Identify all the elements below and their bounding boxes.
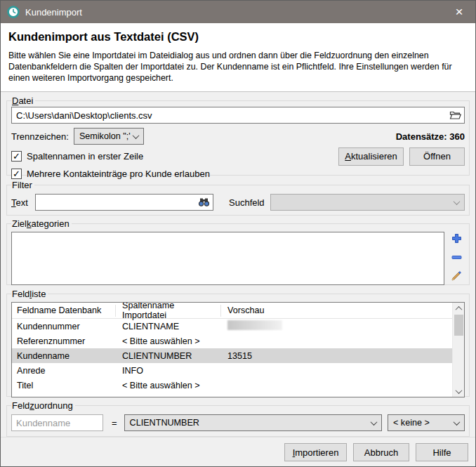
table-row[interactable]: Referenznummer< Bitte auswählen >	[12, 334, 452, 348]
group-filter: Filter Text Suchfeld	[6, 180, 470, 216]
spalten-value: CLIENTNUMBER	[130, 418, 199, 428]
table-row[interactable]: KundennameCLIENTNUMBER13515	[12, 348, 452, 363]
group-datei-legend: Datei	[11, 96, 35, 106]
edit-filter-button[interactable]	[450, 270, 463, 282]
remove-category-button[interactable]	[450, 251, 463, 263]
feldliste-body: KundennummerCLIENTNAMEReferenznummer< Bi…	[12, 319, 452, 397]
open-folder-icon[interactable]	[449, 110, 461, 120]
table-row[interactable]: AnredeINFO	[12, 363, 452, 378]
checkbox-spaltennamen-label: Spaltennamen in erster Zeile	[27, 151, 143, 162]
equals-sign: =	[112, 418, 117, 428]
trennzeichen-label: Trennzeichen:	[11, 131, 69, 142]
table-cell: 13515	[221, 351, 452, 361]
title-bar[interactable]: Kundenimport ×	[1, 1, 475, 23]
check-icon: ✓	[13, 169, 20, 178]
table-cell: CLIENTNAME	[116, 322, 221, 331]
filter-text-input[interactable]	[35, 194, 213, 211]
scroll-up-button[interactable]	[453, 303, 465, 314]
scroll-down-button[interactable]	[453, 386, 465, 397]
kategorie-value: < keine >	[393, 418, 430, 428]
table-cell: < Bitte auswählen >	[116, 381, 221, 390]
dialog-header: Kundenimport aus Textdatei (CSV) Bitte w…	[1, 23, 475, 92]
redacted-preview	[227, 320, 282, 330]
close-button[interactable]: ×	[443, 1, 475, 23]
page-description: Bitte wählen Sie eine Importdatei im Dat…	[8, 50, 468, 84]
group-feldzuordnung-legend: Feldzuordnung	[11, 400, 75, 411]
column-header[interactable]: Vorschau	[221, 305, 452, 317]
table-cell	[221, 320, 452, 332]
minus-icon	[451, 255, 462, 260]
app-clock-icon	[7, 6, 20, 18]
spalten-select[interactable]: CLIENTNUMBER	[124, 414, 382, 431]
table-cell: Vorname	[12, 395, 116, 397]
binoculars-search-icon[interactable]	[198, 197, 210, 207]
suchfeld-select	[270, 194, 465, 211]
abbruch-button[interactable]: Abbruch	[353, 443, 409, 461]
suchfeld-label: Suchfeld	[229, 197, 265, 208]
table-cell: < Bitte auswählen >	[116, 336, 221, 346]
feldname-field	[11, 414, 103, 431]
datensaetze-count: Datensätze: 360	[396, 131, 465, 142]
table-cell: Referenznummer	[12, 336, 116, 346]
plus-icon	[451, 233, 462, 244]
chevron-down-icon	[371, 419, 378, 426]
table-cell: Kundenname	[12, 351, 116, 361]
check-icon: ✓	[13, 152, 20, 161]
chevron-up-icon	[455, 306, 462, 313]
column-header[interactable]: Feldname Datenbank	[12, 305, 116, 317]
group-feldliste: Feldliste Feldname Datenbank Spaltenname…	[6, 289, 470, 397]
chevron-down-icon	[132, 132, 139, 139]
close-icon: ×	[455, 4, 463, 20]
table-header-row: Feldname Datenbank Spaltenname Importdat…	[12, 303, 452, 319]
pencil-edit-icon	[451, 270, 462, 282]
table-cell: Kundennummer	[12, 322, 116, 331]
dialog-footer: Importieren Abbruch Hilfe	[1, 437, 475, 467]
table-row[interactable]: Titel< Bitte auswählen >	[12, 378, 452, 393]
chevron-down-icon	[455, 387, 462, 394]
filter-text-label: Text	[11, 197, 35, 208]
oeffnen-button[interactable]: Öffnen	[409, 147, 465, 166]
importieren-button[interactable]: Importieren	[284, 443, 347, 461]
dialog-content: Datei Trennzeichen: Semikolon ";' Datens…	[1, 92, 475, 437]
hilfe-button[interactable]: Hilfe	[416, 443, 468, 461]
table-row[interactable]: VornameUSERDEFINED1	[12, 393, 452, 397]
table-cell: Titel	[12, 381, 116, 390]
table-cell: CLIENTNUMBER	[116, 351, 221, 361]
chevron-down-icon	[454, 419, 461, 426]
group-filter-legend: Filter	[11, 180, 34, 190]
scrollbar-thumb[interactable]	[454, 315, 463, 336]
chevron-down-icon	[454, 198, 461, 205]
window-title: Kundenimport	[25, 7, 82, 18]
checkbox-mehrere-kontakte[interactable]: ✓	[11, 169, 22, 179]
table-cell: Anrede	[12, 366, 116, 376]
group-feldzuordnung: Feldzuordnung = CLIENTNUMBER < keine >	[6, 400, 470, 437]
trennzeichen-select[interactable]: Semikolon ";'	[74, 128, 144, 145]
filter-text-wrap	[35, 194, 213, 211]
table-row[interactable]: KundennummerCLIENTNAME	[12, 319, 452, 334]
zielkategorien-listbox[interactable]	[11, 232, 444, 285]
vertical-scrollbar[interactable]	[452, 303, 464, 397]
checkbox-spaltennamen[interactable]: ✓	[11, 151, 22, 162]
kategorie-select[interactable]: < keine >	[388, 414, 465, 431]
table-cell: USERDEFINED1	[116, 395, 221, 397]
file-path-wrap	[11, 107, 465, 124]
file-path-input[interactable]	[11, 107, 465, 124]
column-header[interactable]: Spaltenname Importdatei	[116, 305, 221, 317]
kundenimport-dialog: Kundenimport × Kundenimport aus Textdate…	[0, 0, 476, 467]
table-cell: INFO	[116, 366, 221, 376]
group-zielkategorien-legend: Zielkategorien	[11, 218, 72, 229]
aktualisieren-button[interactable]: Aktualisieren	[338, 147, 404, 166]
feldliste-table: Feldname Datenbank Spaltenname Importdat…	[11, 302, 465, 397]
page-title: Kundenimport aus Textdatei (CSV)	[8, 30, 468, 44]
trennzeichen-value: Semikolon ";'	[79, 131, 131, 141]
checkbox-mehrere-kontakte-label: Mehrere Kontakteinträge pro Kunde erlaub…	[27, 169, 210, 179]
group-datei: Datei Trennzeichen: Semikolon ";' Datens…	[6, 96, 470, 176]
group-feldliste-legend: Feldliste	[11, 289, 48, 299]
group-zielkategorien: Zielkategorien	[6, 218, 470, 285]
add-category-button[interactable]	[450, 232, 463, 244]
